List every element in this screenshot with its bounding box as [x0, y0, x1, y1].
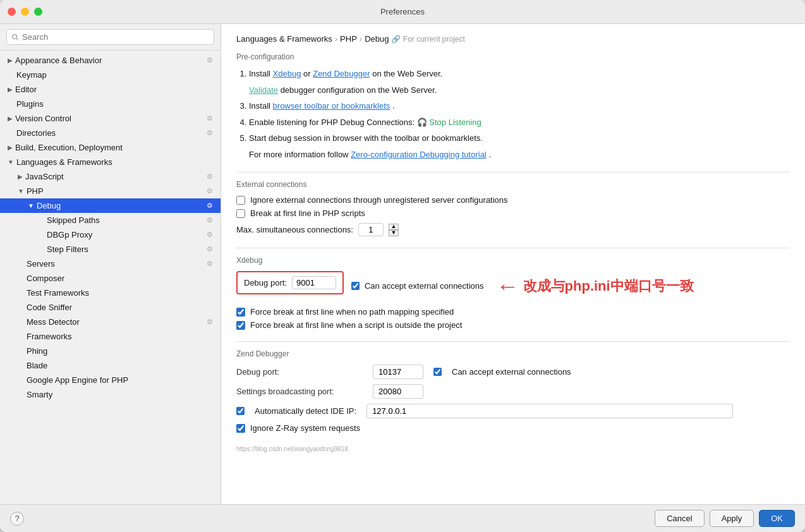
settings-icon-php: ⚙: [207, 187, 213, 195]
sidebar-label-code-sniffer: Code Sniffer: [27, 303, 213, 312]
divider2: [236, 248, 790, 248]
pre-config-step3: Install browser toolbar or bookmarklets …: [249, 100, 790, 112]
force-break1-checkbox[interactable]: [236, 308, 245, 317]
settings-icon-skipped-paths: ⚙: [207, 216, 213, 224]
bottom-bar: ? Cancel Apply OK: [0, 504, 805, 532]
sidebar-item-plugins[interactable]: Plugins: [0, 97, 221, 111]
sidebar-item-editor[interactable]: ▶Editor: [0, 82, 221, 97]
zend-ide-ip-input[interactable]: [366, 404, 733, 418]
can-accept-checkbox[interactable]: [351, 282, 360, 290]
bottom-right: Cancel Apply OK: [655, 510, 795, 527]
sidebar-item-google-app-engine[interactable]: Google App Engine for PHP: [0, 373, 221, 387]
sidebar-item-build[interactable]: ▶Build, Execution, Deployment: [0, 140, 221, 155]
browser-toolbar-link[interactable]: browser toolbar or bookmarklets: [273, 101, 390, 111]
sidebar-item-javascript[interactable]: ▶JavaScript⚙: [0, 169, 221, 184]
step3-text2: .: [392, 101, 395, 111]
zend-debug-port-input[interactable]: [373, 365, 423, 379]
sidebar-item-code-sniffer[interactable]: Code Sniffer: [0, 300, 221, 315]
conn-up-button[interactable]: ▲: [389, 224, 399, 230]
pre-config-step4: Enable listening for PHP Debug Connectio…: [249, 116, 790, 129]
xdebug-port-row: Debug port: Can accept external connecti…: [236, 271, 790, 301]
sidebar-item-frameworks[interactable]: Frameworks: [0, 329, 221, 344]
zend-section: Zend Debugger Debug port: Can accept ext…: [236, 349, 790, 433]
minimize-button[interactable]: [21, 8, 29, 16]
break-first-row: Break at first line in PHP scripts: [236, 209, 790, 218]
zray-row: Ignore Z-Ray system requests: [236, 423, 790, 433]
maximize-button[interactable]: [34, 8, 42, 16]
conn-stepper: ▲ ▼: [389, 224, 399, 236]
pre-config-steps: Install Xdebug or Zend Debugger on the W…: [236, 68, 790, 160]
sidebar-item-test-frameworks[interactable]: Test Frameworks: [0, 286, 221, 300]
sidebar-item-version-control[interactable]: ▶Version Control⚙: [0, 111, 221, 126]
sidebar-item-debug[interactable]: ▼Debug⚙: [0, 198, 221, 213]
ignore-ext-checkbox[interactable]: [236, 196, 245, 205]
sidebar-item-composer[interactable]: Composer: [0, 271, 221, 286]
stop-listening-link[interactable]: 🎧 Stop Listening: [417, 116, 481, 129]
ignore-ext-row: Ignore external connections through unre…: [236, 195, 790, 205]
sidebar-item-skipped-paths[interactable]: Skipped Paths⚙: [0, 213, 221, 227]
sidebar-item-keymap[interactable]: Keymap: [0, 68, 221, 82]
sidebar-item-mess-detector[interactable]: Mess Detector⚙: [0, 315, 221, 329]
main-content: ▶Appearance & Behavior⚙Keymap▶EditorPlug…: [0, 24, 805, 504]
sidebar-items: ▶Appearance & Behavior⚙Keymap▶EditorPlug…: [0, 51, 221, 504]
sidebar-item-php[interactable]: ▼PHP⚙: [0, 184, 221, 198]
zend-debug-port-label: Debug port:: [236, 367, 363, 377]
step5-text: Start debug session in browser with the …: [249, 133, 483, 143]
sidebar-item-step-filters[interactable]: Step Filters⚙: [0, 242, 221, 257]
sidebar-label-step-filters: Step Filters: [47, 245, 207, 254]
zend-debug-port-row: Debug port: Can accept external connecti…: [236, 365, 790, 379]
break-first-label: Break at first line in PHP scripts: [250, 209, 365, 218]
sidebar-label-plugins: Plugins: [16, 99, 213, 109]
zero-config-link[interactable]: Zero-configuration Debugging tutorial: [351, 150, 487, 159]
expand-arrow-languages: ▼: [8, 159, 14, 166]
sidebar-item-servers[interactable]: Servers⚙: [0, 257, 221, 271]
cancel-button[interactable]: Cancel: [655, 510, 704, 527]
sidebar-item-phing[interactable]: Phing: [0, 344, 221, 358]
sidebar-label-version-control: Version Control: [15, 114, 207, 123]
sidebar-item-appearance[interactable]: ▶Appearance & Behavior⚙: [0, 53, 221, 68]
step4-text: Enable listening for PHP Debug Connectio…: [249, 118, 417, 127]
sidebar-item-blade[interactable]: Blade: [0, 358, 221, 373]
break-first-checkbox[interactable]: [236, 209, 245, 218]
sidebar-label-editor: Editor: [15, 85, 213, 94]
apply-button[interactable]: Apply: [710, 510, 754, 527]
zray-checkbox[interactable]: [236, 424, 245, 433]
sidebar: ▶Appearance & Behavior⚙Keymap▶EditorPlug…: [0, 24, 221, 504]
zend-debugger-link[interactable]: Zend Debugger: [313, 69, 370, 78]
breadcrumb-sep2: ›: [360, 34, 362, 44]
divider1: [236, 172, 790, 172]
zend-ide-ip-label: Automatically detect IDE IP:: [255, 406, 356, 416]
sidebar-item-directories[interactable]: Directories⚙: [0, 126, 221, 140]
zend-ide-ip-checkbox[interactable]: [236, 407, 245, 415]
force-break2-checkbox[interactable]: [236, 321, 245, 330]
step1-text1: Install: [249, 69, 273, 78]
search-input[interactable]: [6, 29, 214, 45]
max-conn-input[interactable]: [358, 223, 384, 236]
zend-can-accept-checkbox[interactable]: [433, 368, 442, 376]
help-button[interactable]: ?: [10, 512, 24, 526]
sidebar-item-languages[interactable]: ▼Languages & Frameworks: [0, 155, 221, 169]
ok-button[interactable]: OK: [759, 510, 795, 527]
breadcrumb: Languages & Frameworks › PHP › Debug 🔗 F…: [236, 34, 790, 44]
debug-port-input[interactable]: [292, 276, 336, 289]
breadcrumb-php[interactable]: PHP: [340, 34, 357, 44]
expand-arrow-version-control: ▶: [8, 115, 13, 122]
settings-icon-directories: ⚙: [207, 129, 213, 137]
zend-settings-port-input[interactable]: [373, 384, 423, 399]
sidebar-item-dbgp-proxy[interactable]: DBGp Proxy⚙: [0, 227, 221, 242]
conn-down-button[interactable]: ▼: [389, 230, 399, 236]
pre-config-section: Pre-configuration Install Xdebug or Zend…: [236, 52, 790, 160]
sidebar-label-frameworks: Frameworks: [27, 332, 213, 341]
sidebar-label-dbgp-proxy: DBGp Proxy: [47, 230, 207, 239]
close-button[interactable]: [8, 8, 16, 16]
bottom-left: ?: [10, 512, 24, 526]
validate-link[interactable]: Validate: [249, 85, 278, 95]
sidebar-item-smarty[interactable]: Smarty: [0, 387, 221, 402]
breadcrumb-project-note: 🔗 For current project: [391, 35, 464, 44]
xdebug-link[interactable]: Xdebug: [273, 69, 301, 78]
debug-port-label: Debug port:: [244, 278, 287, 287]
window-controls: [8, 8, 42, 16]
sidebar-label-debug: Debug: [37, 201, 207, 210]
breadcrumb-languages[interactable]: Languages & Frameworks: [236, 34, 332, 44]
step6-text1: For more information follow: [249, 150, 351, 159]
